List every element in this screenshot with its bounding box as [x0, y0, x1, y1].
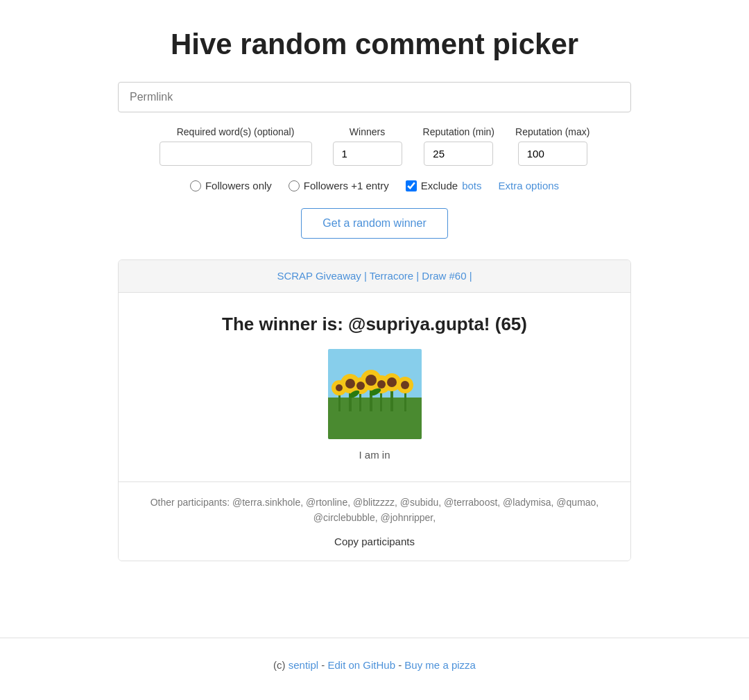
followers-plus-radio[interactable] [289, 180, 300, 191]
permlink-input[interactable] [118, 82, 631, 112]
result-body: The winner is: @supriya.gupta! (65) [119, 293, 630, 482]
pizza-link[interactable]: Buy me a pizza [404, 659, 476, 671]
followers-plus-option[interactable]: Followers +1 entry [289, 180, 389, 191]
page-title: Hive random comment picker [118, 28, 631, 61]
copy-participants-button[interactable]: Copy participants [334, 536, 415, 547]
svg-point-21 [377, 380, 386, 389]
svg-point-18 [387, 377, 397, 387]
result-card: SCRAP Giveaway | Terracore | Draw #60 | … [118, 259, 631, 561]
footer-sep2: - [395, 659, 404, 671]
svg-point-19 [336, 384, 343, 391]
rep-min-group: Reputation (min) [423, 126, 495, 166]
winners-group: Winners [333, 126, 402, 166]
winner-text: The winner is: @supriya.gupta! (65) [132, 314, 617, 335]
followers-only-option[interactable]: Followers only [190, 180, 272, 191]
required-words-input[interactable] [160, 142, 312, 166]
exclude-bots-option[interactable]: Exclude bots [406, 180, 482, 191]
svg-rect-1 [328, 398, 422, 439]
reputation-max-label: Reputation (max) [515, 126, 589, 137]
footer-copyright: (c) [273, 659, 289, 671]
exclude-bots-label: Exclude [421, 180, 458, 191]
followers-plus-label: Followers +1 entry [304, 180, 389, 191]
checkboxes-row: Followers only Followers +1 entry Exclud… [118, 180, 631, 191]
fields-row: Required word(s) (optional) Winners Repu… [118, 126, 631, 166]
footer-sep1: - [318, 659, 327, 671]
required-words-group: Required word(s) (optional) [160, 126, 312, 166]
result-header: SCRAP Giveaway | Terracore | Draw #60 | [119, 260, 630, 293]
participants-text: Other participants: @terra.sinkhole, @rt… [139, 495, 610, 526]
result-header-link[interactable]: SCRAP Giveaway | Terracore | Draw #60 | [277, 270, 472, 282]
svg-point-17 [365, 375, 377, 386]
get-winner-button[interactable]: Get a random winner [301, 208, 447, 239]
svg-point-20 [356, 382, 365, 390]
required-words-label: Required word(s) (optional) [177, 126, 295, 137]
rep-max-group: Reputation (max) [515, 126, 589, 166]
participants-section: Other participants: @terra.sinkhole, @rt… [119, 482, 630, 561]
winner-image [328, 349, 422, 439]
svg-point-16 [345, 379, 355, 389]
github-link[interactable]: Edit on GitHub [327, 659, 395, 671]
exclude-bots-checkbox[interactable] [406, 180, 417, 191]
svg-point-22 [401, 381, 409, 389]
followers-only-radio[interactable] [190, 180, 201, 191]
sentipl-link[interactable]: sentipl [289, 659, 318, 671]
followers-only-label: Followers only [205, 180, 272, 191]
footer: (c) sentipl - Edit on GitHub - Buy me a … [0, 638, 749, 692]
reputation-min-label: Reputation (min) [423, 126, 495, 137]
winner-caption: I am in [132, 449, 617, 461]
winners-input[interactable] [333, 142, 402, 166]
bots-link[interactable]: bots [462, 180, 481, 191]
reputation-max-input[interactable] [518, 142, 587, 166]
reputation-min-input[interactable] [424, 142, 493, 166]
extra-options-link[interactable]: Extra options [499, 180, 560, 191]
winners-label: Winners [350, 126, 385, 137]
